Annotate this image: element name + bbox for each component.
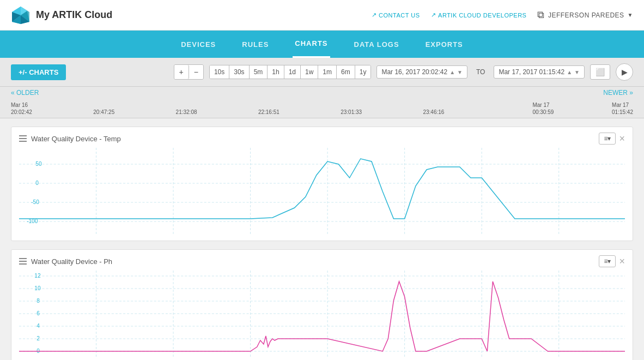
main-content: Water Quality Device - Temp ≡▾ × <box>0 118 644 360</box>
chart-temp-close-button[interactable]: × <box>619 134 625 143</box>
date-from-up-arrow[interactable]: ▲ <box>449 69 455 75</box>
screenshot-icon: ⬜ <box>596 68 605 76</box>
time-interval-group: 10s 30s 5m 1h 1d 1w 1m 6m 1y <box>209 65 371 79</box>
nav-item-charts[interactable]: CHARTS <box>293 31 330 58</box>
chart-temp-title-area: Water Quality Device - Temp <box>19 135 121 143</box>
zoom-in-button[interactable]: + <box>174 65 189 79</box>
svg-text:50: 50 <box>35 161 42 167</box>
to-label: TO <box>473 68 488 76</box>
date-to-picker[interactable]: Mar 17, 2017 01:15:42 ▲ ▼ <box>494 65 585 79</box>
chart-ph-area: 12 10 8 6 4 2 0 <box>19 271 625 358</box>
nav-item-devices[interactable]: DEVICES <box>179 32 218 57</box>
time-6m[interactable]: 6m <box>337 65 355 79</box>
chart-ph-card: Water Quality Device - Ph ≡▾ × <box>11 249 633 360</box>
time-1h[interactable]: 1h <box>268 65 284 79</box>
nav-item-exports[interactable]: EXPORTS <box>423 32 465 57</box>
chart-temp-card: Water Quality Device - Temp ≡▾ × <box>11 127 633 241</box>
newer-link[interactable]: NEWER » <box>603 89 633 97</box>
time-1w[interactable]: 1w <box>301 65 318 79</box>
filter-icon: ≡▾ <box>604 135 611 142</box>
tl-label-2: 21:32:08 <box>176 109 197 116</box>
date-from-down-arrow[interactable]: ▼ <box>457 69 463 75</box>
chart-ph-title-area: Water Quality Device - Ph <box>19 257 112 266</box>
logo-area: My ARTIK Cloud <box>11 5 112 25</box>
date-to-down-arrow[interactable]: ▼ <box>574 69 580 75</box>
chart-temp-svg: 50 0 -50 -100 <box>19 148 625 235</box>
tl-label-4: 23:01:33 <box>341 109 362 116</box>
svg-text:8: 8 <box>37 298 40 304</box>
external-link-icon: ↗ <box>372 11 377 19</box>
svg-text:-50: -50 <box>31 199 39 205</box>
play-icon: ▶ <box>622 68 628 76</box>
timeline-labels: Mar 1620:02:42 20:47:25 21:32:08 22:16:5… <box>0 99 644 118</box>
tl-label-6: Mar 1700:30:59 <box>532 101 554 116</box>
app-title: My ARTIK Cloud <box>36 9 112 21</box>
zoom-out-button[interactable]: − <box>189 65 203 79</box>
chevron-down-icon: ▼ <box>628 12 633 18</box>
svg-text:6: 6 <box>37 310 40 316</box>
chart-temp-header: Water Quality Device - Temp ≡▾ × <box>19 133 625 145</box>
date-to-up-arrow[interactable]: ▲ <box>567 69 572 75</box>
add-charts-button[interactable]: +/- CHARTS <box>11 64 66 80</box>
chart-temp-filter-button[interactable]: ≡▾ <box>599 133 616 145</box>
svg-text:10: 10 <box>34 285 41 291</box>
chart-temp-title: Water Quality Device - Temp <box>31 135 121 143</box>
svg-text:12: 12 <box>34 273 41 279</box>
nav-item-data-logs[interactable]: DATA LOGS <box>352 32 402 57</box>
chart-temp-controls: ≡▾ × <box>599 133 625 145</box>
user-circle-icon: ⧉ <box>537 9 545 21</box>
tl-label-3: 22:16:51 <box>258 109 280 116</box>
time-30s[interactable]: 30s <box>229 65 249 79</box>
chart-temp-area: 50 0 -50 -100 <box>19 148 625 235</box>
header: My ARTIK Cloud ↗ CONTACT US ↗ ARTIK CLOU… <box>0 0 644 31</box>
toolbar: +/- CHARTS + − 10s 30s 5m 1h 1d 1w 1m 6m… <box>0 58 644 87</box>
time-1m[interactable]: 1m <box>318 65 337 79</box>
logo-icon <box>11 5 31 25</box>
time-10s[interactable]: 10s <box>210 65 229 79</box>
zoom-controls: + − <box>174 64 204 80</box>
chart-ph-close-button[interactable]: × <box>619 256 625 266</box>
tl-label-7: Mar 1701:15:42 <box>612 101 633 116</box>
filter-icon-2: ≡▾ <box>604 257 611 265</box>
external-link-icon-2: ↗ <box>431 11 436 19</box>
svg-text:4: 4 <box>37 323 40 329</box>
user-menu[interactable]: ⧉ JEFFERSON PAREDES ▼ <box>537 9 633 21</box>
contact-us-link[interactable]: ↗ CONTACT US <box>372 11 420 19</box>
drag-handle-icon[interactable] <box>19 135 27 142</box>
date-from-picker[interactable]: Mar 16, 2017 20:02:42 ▲ ▼ <box>376 65 467 79</box>
developers-link[interactable]: ↗ ARTIK CLOUD DEVELOPERS <box>431 11 527 19</box>
screenshot-button[interactable]: ⬜ <box>590 64 610 80</box>
date-from-value: Mar 16, 2017 20:02:42 <box>381 68 447 76</box>
main-nav: DEVICES RULES CHARTS DATA LOGS EXPORTS <box>0 31 644 58</box>
timeline-nav: « OLDER NEWER » <box>0 87 644 99</box>
time-1d[interactable]: 1d <box>284 65 301 79</box>
date-to-value: Mar 17, 2017 01:15:42 <box>499 68 564 76</box>
header-links: ↗ CONTACT US ↗ ARTIK CLOUD DEVELOPERS ⧉ … <box>372 9 633 21</box>
tl-label-1: 20:47:25 <box>93 109 114 116</box>
time-5m[interactable]: 5m <box>250 65 268 79</box>
drag-handle-icon-2[interactable] <box>19 258 27 265</box>
play-button[interactable]: ▶ <box>616 63 633 81</box>
svg-text:0: 0 <box>35 180 39 186</box>
time-1y[interactable]: 1y <box>355 65 371 79</box>
svg-text:2: 2 <box>37 335 40 341</box>
tl-label-0: Mar 1620:02:42 <box>11 101 32 116</box>
chart-ph-filter-button[interactable]: ≡▾ <box>599 255 616 267</box>
chart-ph-title: Water Quality Device - Ph <box>31 257 112 266</box>
chart-ph-controls: ≡▾ × <box>599 255 625 267</box>
chart-ph-svg: 12 10 8 6 4 2 0 <box>19 271 625 358</box>
nav-item-rules[interactable]: RULES <box>240 32 271 57</box>
chart-ph-header: Water Quality Device - Ph ≡▾ × <box>19 255 625 267</box>
older-link[interactable]: « OLDER <box>11 89 39 97</box>
tl-label-5: 23:46:16 <box>423 109 444 116</box>
